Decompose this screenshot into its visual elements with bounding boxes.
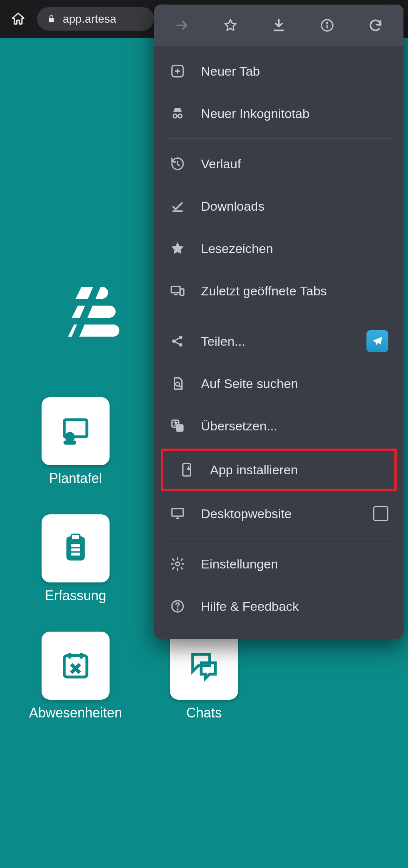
url-bar[interactable]: app.artesa [37, 7, 154, 31]
star-outline-icon [223, 18, 238, 33]
tile-plantafel[interactable]: Plantafel [15, 397, 136, 503]
telegram-icon [371, 335, 384, 348]
translate-icon: 文A [170, 418, 185, 433]
calendar-x-icon [59, 649, 93, 683]
menu-top-actions [154, 5, 403, 46]
home-icon [11, 11, 26, 26]
svg-rect-37 [172, 509, 183, 516]
check-underline-icon [170, 199, 185, 214]
menu-downloads[interactable]: Downloads [154, 185, 403, 227]
reload-icon [368, 18, 383, 33]
tile-box [42, 397, 110, 465]
menu-label: Übersetzen... [201, 419, 277, 433]
install-mobile-icon [179, 462, 194, 477]
menu-label: Desktopwebsite [201, 506, 292, 521]
svg-point-19 [178, 114, 182, 118]
tile-box [42, 514, 110, 582]
reload-button[interactable] [365, 15, 386, 36]
desktop-icon [170, 506, 185, 521]
help-icon [170, 599, 185, 614]
tile-erfassung[interactable]: Erfassung [15, 514, 136, 620]
app-logo [49, 280, 132, 348]
tile-label: Abwesenheiten [29, 705, 122, 721]
svg-text:文: 文 [174, 421, 178, 426]
svg-point-13 [326, 22, 328, 23]
url-text: app.artesa [63, 12, 116, 25]
menu-label: Downloads [201, 199, 264, 214]
menu-desktop-site[interactable]: Desktopwebsite [154, 492, 403, 535]
telegram-share-badge[interactable] [366, 330, 388, 352]
tile-label: Plantafel [49, 470, 102, 486]
arrow-right-icon [175, 18, 190, 33]
svg-point-40 [176, 562, 179, 566]
home-button[interactable] [7, 8, 29, 30]
menu-install-app[interactable]: App installieren [163, 451, 394, 489]
menu-recent-tabs[interactable]: Zuletzt geöffnete Tabs [154, 270, 403, 312]
svg-rect-22 [171, 286, 180, 293]
menu-label: Auf Seite suchen [201, 376, 298, 391]
browser-menu: Neuer Tab Neuer Inkognitotab Verlauf Dow… [154, 5, 403, 639]
plus-square-icon [170, 64, 185, 79]
menu-label: Zuletzt geöffnete Tabs [201, 284, 327, 298]
history-icon [170, 156, 185, 171]
menu-find-in-page[interactable]: Auf Seite suchen [154, 362, 403, 405]
svg-point-42 [177, 609, 178, 610]
find-in-page-icon [170, 376, 185, 391]
svg-point-27 [179, 343, 182, 346]
download-icon [271, 18, 286, 33]
highlight-install-app: App installieren [161, 449, 397, 491]
svg-line-31 [179, 385, 181, 387]
menu-translate[interactable]: 文A Übersetzen... [154, 405, 403, 447]
download-button[interactable] [268, 15, 289, 36]
menu-label: Neuer Tab [201, 64, 260, 79]
menu-label: Hilfe & Feedback [201, 599, 299, 614]
gear-icon [170, 556, 185, 571]
presentation-icon [59, 414, 93, 448]
share-icon [170, 334, 185, 349]
desktop-site-checkbox[interactable] [373, 506, 388, 521]
devices-icon [170, 283, 185, 298]
menu-bookmarks[interactable]: Lesezeichen [154, 227, 403, 270]
menu-new-tab[interactable]: Neuer Tab [154, 50, 403, 92]
forward-button[interactable] [172, 15, 193, 36]
svg-rect-24 [180, 289, 184, 295]
menu-divider [165, 539, 392, 539]
info-icon [320, 18, 335, 33]
menu-divider [165, 316, 392, 316]
menu-help[interactable]: Hilfe & Feedback [154, 585, 403, 627]
menu-label: Einstellungen [201, 557, 278, 571]
menu-history[interactable]: Verlauf [154, 143, 403, 185]
lock-icon [47, 14, 56, 23]
clipboard-icon [59, 531, 93, 565]
svg-point-1 [66, 433, 74, 441]
svg-line-28 [175, 338, 179, 341]
tile-box [42, 632, 110, 700]
menu-divider [165, 138, 392, 139]
menu-share[interactable]: Teilen... [154, 320, 403, 362]
menu-label: Teilen... [201, 334, 245, 349]
svg-point-26 [179, 336, 182, 339]
menu-label: App installieren [210, 463, 298, 477]
tile-box [170, 632, 238, 700]
menu-settings[interactable]: Einstellungen [154, 543, 403, 585]
svg-point-25 [172, 340, 175, 342]
svg-line-29 [175, 342, 179, 345]
info-button[interactable] [317, 15, 338, 36]
svg-point-18 [173, 114, 177, 118]
bookmark-star-button[interactable] [220, 15, 241, 36]
chat-icon [187, 649, 221, 683]
incognito-icon [170, 106, 185, 121]
tile-label: Chats [186, 705, 222, 721]
menu-label: Lesezeichen [201, 241, 273, 256]
tile-label: Erfassung [45, 588, 106, 604]
menu-label: Neuer Inkognitotab [201, 106, 309, 121]
svg-text:A: A [178, 426, 181, 431]
tile-chats[interactable]: Chats [144, 632, 264, 738]
menu-incognito[interactable]: Neuer Inkognitotab [154, 92, 403, 135]
star-icon [170, 241, 185, 256]
menu-label: Verlauf [201, 157, 241, 171]
tile-abwesenheiten[interactable]: Abwesenheiten [15, 632, 136, 738]
svg-rect-3 [71, 534, 80, 540]
